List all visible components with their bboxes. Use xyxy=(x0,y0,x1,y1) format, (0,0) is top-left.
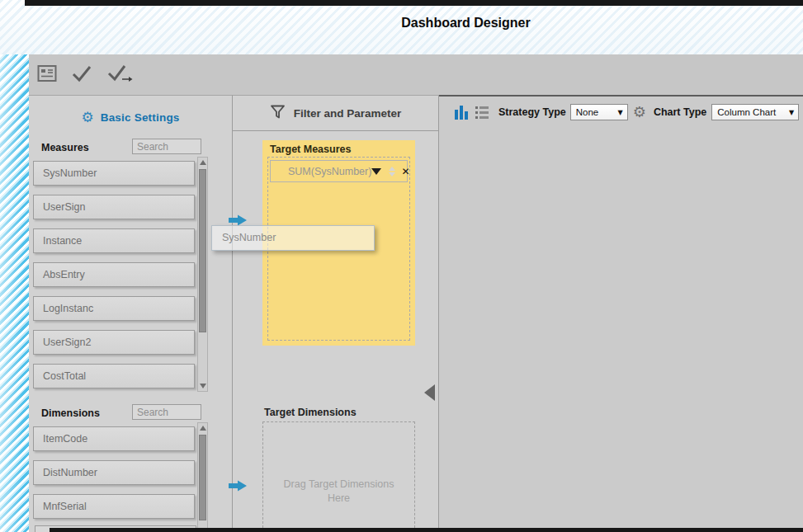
funnel-icon xyxy=(270,105,286,122)
list-item[interactable]: UserSign xyxy=(33,195,195,219)
form-icon xyxy=(37,64,57,86)
dimensions-list: ItemCodeDistNumberMnfSerial xyxy=(33,422,208,532)
chevron-down-icon: ▼ xyxy=(618,109,623,116)
dimensions-search-input[interactable] xyxy=(132,404,201,420)
check-run-icon xyxy=(106,64,135,87)
strategy-type-select[interactable]: None ▼ xyxy=(570,104,628,120)
target-measures-label: Target Measures xyxy=(270,144,351,155)
check-icon xyxy=(71,64,92,86)
validate-and-run-button[interactable] xyxy=(106,62,135,88)
chart-type-select[interactable]: Column Chart ▼ xyxy=(711,104,799,120)
chart-type-value: Column Chart xyxy=(717,107,776,117)
measures-items: SysNumberUserSignInstanceAbsEntryLogInst… xyxy=(33,161,195,398)
measures-scrollbar[interactable] xyxy=(197,157,208,392)
target-dimensions-dropzone[interactable]: Drag Target Dimensions Here xyxy=(262,421,415,532)
scroll-up-icon[interactable] xyxy=(198,158,207,167)
gear-icon: ⚙ xyxy=(81,111,93,125)
chart-panel: Strategy Type None ▼ ⚙ Chart Type Column… xyxy=(439,95,803,532)
dimensions-items: ItemCodeDistNumberMnfSerial xyxy=(33,426,195,528)
list-item[interactable]: DistNumber xyxy=(33,460,195,485)
form-settings-button[interactable] xyxy=(37,62,57,88)
drag-ghost[interactable]: SysNumber xyxy=(211,225,375,251)
scroll-up-icon[interactable] xyxy=(198,423,207,433)
basic-settings-header[interactable]: ⚙ Basic Settings xyxy=(29,106,232,128)
measure-chip[interactable]: SUM(SysNumber) ✕ xyxy=(270,160,408,182)
basic-settings-label: Basic Settings xyxy=(101,111,180,124)
list-item[interactable]: Instance xyxy=(33,228,195,253)
drop-hint-text: Drag Target Dimensions Here xyxy=(263,478,414,506)
top-edge-bar xyxy=(25,0,803,6)
measures-label: Measures xyxy=(41,142,89,153)
collapse-panel-icon[interactable] xyxy=(424,384,435,401)
scrollbar-thumb[interactable] xyxy=(199,169,206,332)
page-title: Dashboard Designer xyxy=(0,16,803,31)
filter-parameter-header[interactable]: Filter and Parameter xyxy=(233,96,438,131)
chart-toolbar: Strategy Type None ▼ ⚙ Chart Type Column… xyxy=(439,97,803,128)
measures-list: SysNumberUserSignInstanceAbsEntryLogInst… xyxy=(33,157,208,392)
list-item[interactable]: AbsEntry xyxy=(33,262,195,287)
scroll-down-icon[interactable] xyxy=(198,381,207,391)
gear-icon[interactable]: ⚙ xyxy=(633,105,646,120)
list-item[interactable]: MnfSerial xyxy=(33,494,195,519)
list-item[interactable]: ItemCode xyxy=(33,426,195,451)
filter-and-parameter-panel: Filter and Parameter Target Measures SUM… xyxy=(233,95,439,532)
list-view-icon[interactable] xyxy=(475,106,489,119)
chevron-down-icon[interactable] xyxy=(371,168,381,175)
measure-chip-text: SUM(SysNumber) xyxy=(288,166,371,177)
main-toolbar xyxy=(29,54,803,95)
decorative-stripes xyxy=(0,54,29,532)
scrollbar-thumb[interactable] xyxy=(199,435,206,520)
remove-icon[interactable]: ✕ xyxy=(401,166,409,177)
list-item[interactable]: SysNumber xyxy=(33,161,195,186)
list-item[interactable]: CostTotal xyxy=(33,364,195,388)
target-dimensions-label: Target Dimensions xyxy=(264,407,357,418)
chart-type-label: Chart Type xyxy=(654,106,706,118)
measures-search-input[interactable] xyxy=(132,139,201,154)
basic-settings-panel: ⚙ Basic Settings Measures SysNumberUserS… xyxy=(29,95,233,532)
strategy-type-label: Strategy Type xyxy=(498,106,566,118)
dimensions-scrollbar[interactable] xyxy=(197,422,208,532)
dashboard-designer-window: Dashboard Designer xyxy=(0,0,803,532)
reorder-icon[interactable] xyxy=(389,167,395,177)
dimensions-label: Dimensions xyxy=(41,407,100,419)
bottom-edge-bar xyxy=(50,528,803,532)
validate-button[interactable] xyxy=(71,62,92,88)
list-item[interactable]: LogInstanc xyxy=(33,296,195,321)
title-band: Dashboard Designer xyxy=(0,0,803,55)
bar-chart-icon[interactable] xyxy=(455,106,468,120)
filter-parameter-label: Filter and Parameter xyxy=(294,107,402,120)
drag-arrow-icon xyxy=(228,478,248,493)
strategy-type-value: None xyxy=(576,107,599,117)
list-item[interactable]: UserSign2 xyxy=(33,330,195,355)
chevron-down-icon: ▼ xyxy=(789,109,794,116)
